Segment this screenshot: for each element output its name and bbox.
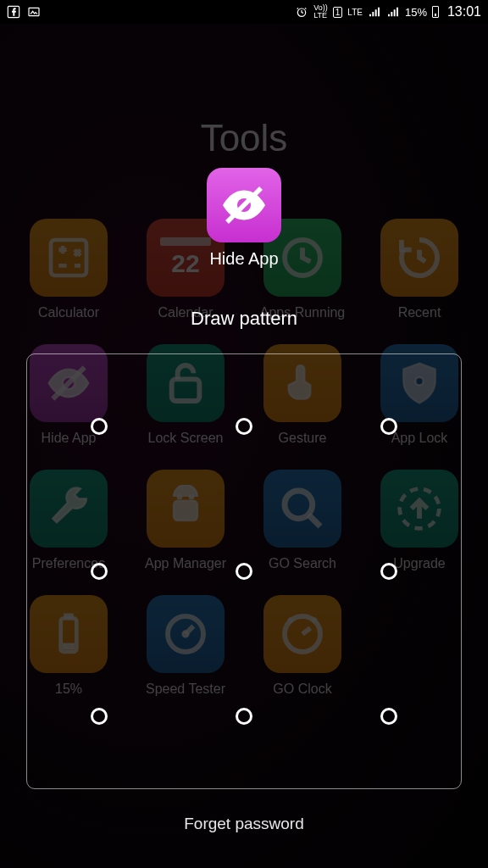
signal-icon-2 [386, 5, 400, 19]
pattern-dot-5[interactable] [236, 563, 252, 580]
volte-indicator: Vo)) LTE [313, 4, 328, 19]
pattern-grid[interactable] [26, 353, 462, 789]
pattern-dot-3[interactable] [380, 418, 397, 435]
signal-icon [368, 5, 381, 19]
pattern-dot-9[interactable] [380, 708, 397, 725]
pattern-dot-6[interactable] [380, 563, 397, 580]
locked-app-icon [207, 168, 281, 242]
pattern-dot-8[interactable] [236, 708, 252, 725]
pattern-dot-7[interactable] [91, 708, 108, 725]
locked-app-name: Hide App [209, 249, 278, 269]
alarm-icon [295, 5, 308, 19]
clock-time: 13:01 [447, 4, 481, 19]
sim-indicator: 1 [333, 7, 343, 18]
forget-password-link[interactable]: Forget password [184, 815, 304, 833]
facebook-icon [7, 5, 20, 19]
network-type: LTE [347, 8, 363, 17]
pattern-instruction: Draw pattern [191, 308, 297, 330]
battery-icon [432, 6, 439, 18]
pattern-dot-4[interactable] [91, 563, 108, 580]
pattern-dot-1[interactable] [91, 418, 108, 435]
pattern-lock-overlay: Hide App Draw pattern Forget password [0, 24, 488, 868]
battery-percent: 15% [405, 6, 427, 19]
pattern-dot-2[interactable] [236, 418, 252, 435]
status-bar: Vo)) LTE 1 LTE 15% 13:01 [0, 0, 488, 24]
gallery-icon [27, 5, 41, 19]
